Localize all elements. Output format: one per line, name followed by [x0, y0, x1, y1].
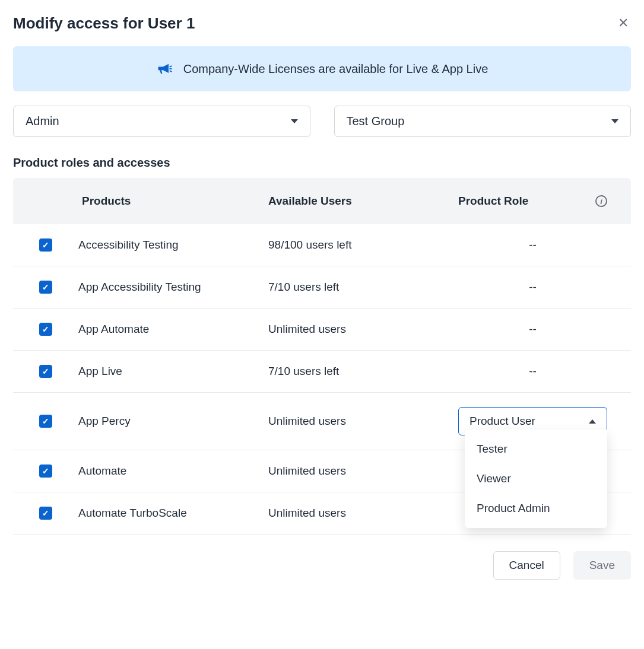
available-users: Unlimited users	[268, 465, 458, 478]
role-type-select[interactable]: Admin	[13, 106, 310, 137]
product-role: --	[458, 281, 631, 294]
column-products: Products	[78, 195, 268, 208]
role-option-tester[interactable]: Tester	[465, 434, 607, 464]
group-select[interactable]: Test Group	[334, 106, 632, 137]
chevron-down-icon	[291, 119, 298, 123]
available-users: 98/100 users left	[268, 238, 458, 252]
dialog-title: Modify access for User 1	[13, 14, 195, 33]
product-name: App Accessibility Testing	[78, 281, 268, 294]
license-banner: Company-Wide Licenses are available for …	[13, 46, 631, 91]
product-role-value: Product User	[469, 415, 535, 428]
section-label: Product roles and accesses	[13, 156, 631, 170]
role-option-viewer[interactable]: Viewer	[465, 464, 607, 494]
product-checkbox[interactable]: ✓	[39, 415, 52, 428]
check-icon: ✓	[42, 466, 49, 476]
product-checkbox[interactable]: ✓	[39, 465, 52, 478]
product-checkbox[interactable]: ✓	[39, 507, 52, 520]
chevron-down-icon	[611, 119, 618, 123]
product-name: App Automate	[78, 323, 268, 336]
selectors-row: Admin Test Group	[13, 106, 631, 137]
product-role: --	[458, 323, 631, 336]
product-name: App Live	[78, 365, 268, 378]
product-checkbox[interactable]: ✓	[39, 281, 52, 294]
product-checkbox[interactable]: ✓	[39, 365, 52, 378]
banner-text: Company-Wide Licenses are available for …	[183, 62, 488, 76]
check-icon: ✓	[42, 416, 49, 426]
table-row: ✓ App Live 7/10 users left --	[13, 351, 631, 393]
table-header: Products Available Users Product Role i	[13, 178, 631, 224]
available-users: 7/10 users left	[268, 281, 458, 294]
product-name: Automate TurboScale	[78, 507, 268, 520]
check-icon: ✓	[42, 508, 49, 518]
available-users: Unlimited users	[268, 507, 458, 520]
product-name: Accessibility Testing	[78, 238, 268, 252]
table-row: ✓ App Percy Unlimited users Product User…	[13, 393, 631, 450]
column-product-role-label: Product Role	[458, 195, 528, 208]
product-name: App Percy	[78, 415, 268, 428]
column-product-role: Product Role i	[458, 195, 631, 208]
table-row: ✓ App Accessibility Testing 7/10 users l…	[13, 266, 631, 308]
products-table: Products Available Users Product Role i …	[13, 178, 631, 535]
dialog-header: Modify access for User 1 ✕	[13, 13, 631, 33]
close-icon[interactable]: ✕	[616, 13, 631, 33]
save-button[interactable]: Save	[573, 551, 631, 580]
table-row: ✓ App Automate Unlimited users --	[13, 308, 631, 351]
table-row: ✓ Accessibility Testing 98/100 users lef…	[13, 224, 631, 266]
product-role-dropdown: Tester Viewer Product Admin	[465, 430, 607, 528]
column-available-users: Available Users	[268, 195, 458, 208]
product-name: Automate	[78, 465, 268, 478]
info-icon[interactable]: i	[595, 195, 607, 207]
chevron-up-icon	[589, 419, 596, 424]
megaphone-icon	[156, 61, 173, 77]
role-type-value: Admin	[26, 114, 59, 128]
product-role: --	[458, 365, 631, 378]
cancel-button[interactable]: Cancel	[493, 551, 560, 580]
check-icon: ✓	[42, 240, 49, 250]
group-value: Test Group	[347, 114, 405, 128]
product-role: --	[458, 238, 631, 252]
available-users: Unlimited users	[268, 323, 458, 336]
product-checkbox[interactable]: ✓	[39, 238, 52, 252]
check-icon: ✓	[42, 324, 49, 334]
check-icon: ✓	[42, 367, 49, 376]
role-option-product-admin[interactable]: Product Admin	[465, 494, 607, 523]
product-checkbox[interactable]: ✓	[39, 323, 52, 336]
dialog-footer: Cancel Save	[13, 551, 631, 580]
available-users: Unlimited users	[268, 415, 458, 428]
check-icon: ✓	[42, 282, 49, 292]
available-users: 7/10 users left	[268, 365, 458, 378]
